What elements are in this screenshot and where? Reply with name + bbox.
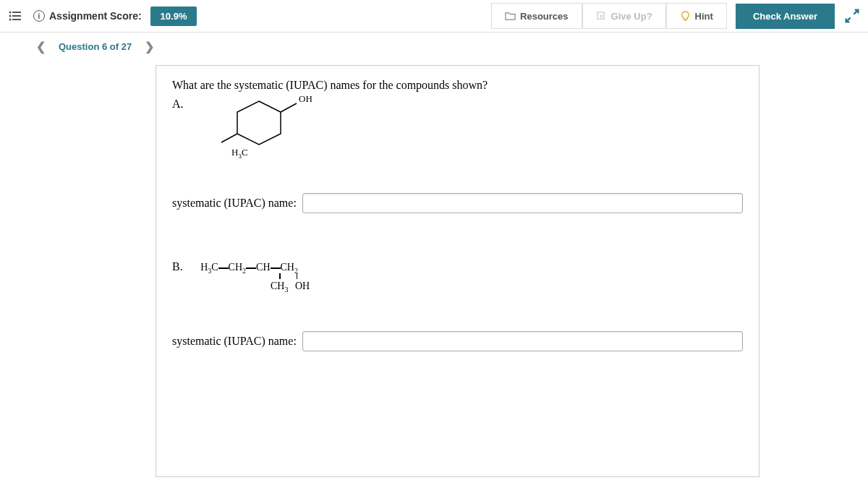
assignment-score-label: i Assignment Score: [33,10,142,22]
hint-icon [680,11,691,22]
bond [279,273,281,279]
prev-question-button[interactable]: ❮ [36,40,46,53]
svg-line-9 [281,103,297,112]
fullscreen-icon[interactable] [843,7,861,25]
resources-button[interactable]: Resources [491,3,582,29]
top-bar: i Assignment Score: 10.9% Resources Give… [0,0,868,33]
answer-input-b[interactable] [302,331,743,351]
giveup-icon [596,11,607,22]
svg-rect-1 [12,12,21,13]
input-label-a: systematic (IUPAC) name: [172,197,297,210]
structure-b: H3CCH2CHCH2 [200,262,298,275]
svg-point-0 [9,12,12,14]
answer-input-a[interactable] [302,193,743,213]
score-badge: 10.9% [150,7,197,26]
question-nav: ❮ Question 6 of 27 ❯ [0,33,868,60]
svg-rect-3 [12,15,21,17]
bond [297,273,298,279]
question-content: What are the systematic (IUPAC) names fo… [156,65,760,477]
svg-marker-7 [237,101,281,145]
svg-rect-5 [12,19,21,20]
part-b-section: B. H3CCH2CHCH2 CH3 OH systematic (IUPAC)… [172,260,743,351]
svg-point-4 [9,19,12,21]
svg-text:OH: OH [299,93,312,104]
info-icon[interactable]: i [33,10,45,22]
folder-icon [505,11,516,22]
give-up-button[interactable]: Give Up? [582,3,666,29]
part-a-section: A. OH H3C systematic (IUPAC) name: [172,98,743,213]
part-b-label: B. [172,260,183,273]
structure-b-row2: CH3 OH [262,281,743,294]
h3c-label: H3C [231,147,248,160]
part-a-label: A. [172,98,184,111]
next-question-button[interactable]: ❯ [145,40,154,53]
input-label-b: systematic (IUPAC) name: [172,335,297,348]
hint-button[interactable]: Hint [666,3,727,29]
svg-line-8 [221,134,237,142]
check-answer-button[interactable]: Check Answer [736,4,835,29]
menu-icon[interactable] [7,7,25,25]
svg-point-2 [9,15,12,17]
question-counter: Question 6 of 27 [59,41,132,52]
